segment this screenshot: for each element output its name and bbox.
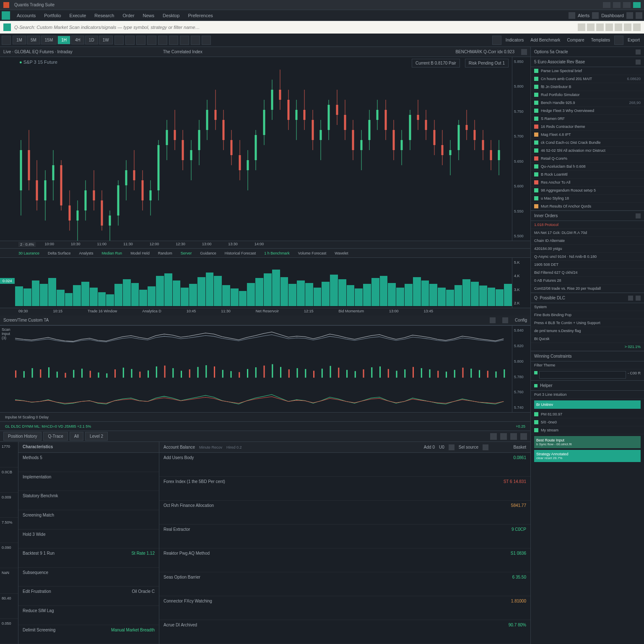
table-row[interactable]: Screening Match — [18, 510, 159, 530]
btn-strategy[interactable]: Strategy Annotated clear reset 28.7% — [534, 450, 641, 462]
crosshair-icon[interactable] — [114, 36, 124, 45]
ruler-icon[interactable] — [136, 36, 145, 45]
order-item[interactable]: Con02/08 trade vs. Rise 20 per %updall — [531, 285, 644, 293]
table-row[interactable]: Seas Option Barrier6 35.50 — [159, 572, 530, 596]
bt-plus-icon[interactable] — [449, 444, 454, 450]
candlestick-chart[interactable]: ● S&P 3 15 Future Current B 0.8170 Pair … — [0, 57, 530, 241]
menu-icon[interactable] — [633, 23, 641, 31]
tb-compare[interactable]: Compare — [564, 36, 587, 44]
search-input[interactable] — [14, 25, 224, 30]
tab-1[interactable]: Q-Trace — [43, 432, 68, 441]
table-row[interactable]: Connector FXcy Watching1.81000 — [159, 596, 530, 620]
probe-item[interactable]: Fine Bots Binding Pop — [531, 311, 644, 319]
table-row[interactable]: Real Extractor9 C0CP — [159, 525, 530, 548]
news-item[interactable]: 98 Aggregandum Rosout setvp 5 — [531, 187, 644, 195]
bt-filter-icon[interactable] — [490, 433, 497, 440]
ind-gear-icon[interactable] — [502, 317, 508, 323]
news-item[interactable]: S Ramen 0RF — [531, 115, 644, 123]
table-row[interactable]: Forex Index (1 the 5BD Per cent)ST 6 14.… — [159, 477, 530, 501]
probe-item[interactable]: System — [531, 303, 644, 311]
sb-min-icon[interactable] — [636, 49, 641, 55]
news-item[interactable]: fB Jn Distributor B — [531, 83, 644, 91]
upload-icon[interactable] — [596, 23, 604, 31]
btn-unitrev[interactable]: Br Unitrev — [534, 400, 641, 409]
table-row[interactable]: Backtest 9 1 RunSt Rate 1.12 — [18, 548, 159, 568]
sb-exp-icon[interactable] — [636, 213, 641, 218]
indicator-config[interactable]: Config — [515, 318, 527, 322]
camera-icon[interactable] — [191, 36, 200, 45]
table-row[interactable]: Reaktor Pwg AQ MethodS1 0836 — [159, 548, 530, 572]
tb-templates[interactable]: Templates — [589, 36, 613, 44]
menu-execute[interactable]: Execute — [65, 11, 91, 20]
menu-portfolio[interactable]: Portfolio — [40, 11, 65, 20]
tb-indicators[interactable]: Indicators — [503, 36, 526, 44]
chart-gear-icon[interactable] — [521, 49, 527, 55]
bell-icon[interactable] — [569, 12, 575, 19]
news-item[interactable]: Murt Results Of Anchor Qords — [531, 203, 644, 210]
tf-4H[interactable]: 4H — [71, 36, 84, 44]
history-icon[interactable] — [587, 23, 595, 31]
ind-refresh-icon[interactable] — [490, 317, 496, 323]
probe-item[interactable]: Press 4 BLB Te Contin + Using Support — [531, 319, 644, 327]
menu-alerts[interactable]: Alerts — [578, 13, 589, 18]
news-item[interactable]: Hedge Fleet 3 Why Overviewed — [531, 107, 644, 115]
tf-1D[interactable]: 1D — [85, 36, 98, 44]
bt-more-icon[interactable] — [483, 444, 488, 450]
news-item[interactable]: 46 52-02 Shl All activation mcr Distruct — [531, 147, 644, 155]
tf-1M[interactable]: 1M — [13, 36, 26, 44]
news-item[interactable]: 16 Reds Contractor theme — [531, 123, 644, 131]
order-item[interactable]: 0 AB Futures 28 — [531, 277, 644, 285]
grid-icon[interactable] — [592, 12, 599, 19]
tab-3[interactable]: Level 2 — [85, 432, 108, 441]
news-feed[interactable]: Parse Low Spectral briefCn hours amb Con… — [531, 67, 644, 210]
news-item[interactable]: B Rock LoanMtl — [531, 171, 644, 179]
table-row[interactable]: Delimit ScreeningManual Market Breadth — [18, 625, 159, 644]
settings-icon[interactable] — [623, 2, 631, 8]
tf-5M[interactable]: 5M — [27, 36, 40, 44]
table-row[interactable]: Reduce SIM Lag — [18, 606, 159, 625]
drawline-icon[interactable] — [125, 36, 135, 45]
list-item[interactable]: 5/0 -0ne0 — [531, 418, 644, 426]
bt-export-icon[interactable] — [510, 433, 517, 440]
table-row[interactable]: Statutory Benchmk — [18, 491, 159, 510]
zoom-icon[interactable] — [180, 36, 189, 45]
sb-close-icon[interactable] — [636, 296, 641, 301]
bt-expand-icon[interactable] — [520, 433, 527, 440]
table-row[interactable]: Edit FrustrationOil Oracle C — [18, 587, 159, 606]
menu-research[interactable]: Research — [90, 11, 118, 20]
indicator-panel[interactable]: Scan Input (3) 5.8405.8205.8005.7805.760… — [0, 325, 530, 431]
bt-sort-icon[interactable] — [500, 433, 507, 440]
filter-icon[interactable] — [578, 23, 585, 31]
shapes-icon[interactable] — [158, 36, 167, 45]
news-item[interactable]: Bench Handle 925.9268,90 — [531, 99, 644, 107]
notify-icon[interactable] — [603, 2, 610, 8]
menu-dashboard[interactable]: Dashboard — [601, 13, 624, 18]
news-item[interactable]: Cn hours amb Cond 201 MAIT6.08620 — [531, 75, 644, 83]
layers-icon[interactable] — [492, 36, 501, 45]
expand-icon[interactable] — [624, 23, 631, 31]
order-item[interactable]: MA Net 17 Gck: DLGM R.A 70d — [531, 229, 644, 237]
table-row[interactable]: Acrue DI Archived90.7 80% — [159, 620, 530, 644]
user-icon[interactable] — [613, 2, 621, 8]
tab-2[interactable]: All — [70, 432, 83, 441]
news-item[interactable]: Qu-Aceluiclam Bal h 0.608 — [531, 163, 644, 171]
save-icon[interactable] — [614, 36, 623, 45]
news-item[interactable]: Res Anchor To All — [531, 179, 644, 187]
table-row[interactable]: Oct Rvh Finance Allocation5841.77 — [159, 501, 530, 525]
more-icon[interactable] — [636, 12, 642, 19]
menu-order[interactable]: Order — [118, 11, 138, 20]
table-row[interactable]: Hold 3 Wide — [18, 530, 159, 549]
sb-gear-icon[interactable] — [636, 60, 641, 65]
news-item[interactable]: u Mao Styling 18 — [531, 195, 644, 203]
constraint-input[interactable] — [539, 371, 626, 379]
eraser-icon[interactable] — [169, 36, 178, 45]
order-item[interactable]: Q-Async uncl 9104 · Nd Anib-B 0.180 — [531, 253, 644, 261]
news-item[interactable]: Retail Q-Core% — [531, 155, 644, 163]
news-item[interactable]: ck Cond Each-cc Dist Crack Bundle — [531, 139, 644, 147]
tf-15M[interactable]: 15M — [41, 36, 57, 44]
table-row[interactable]: Implementation — [18, 472, 159, 491]
bookmark-icon[interactable] — [615, 23, 622, 31]
text-icon[interactable] — [147, 36, 156, 45]
sb-plus-icon[interactable] — [628, 296, 633, 301]
list-item[interactable]: My stream — [531, 426, 644, 434]
